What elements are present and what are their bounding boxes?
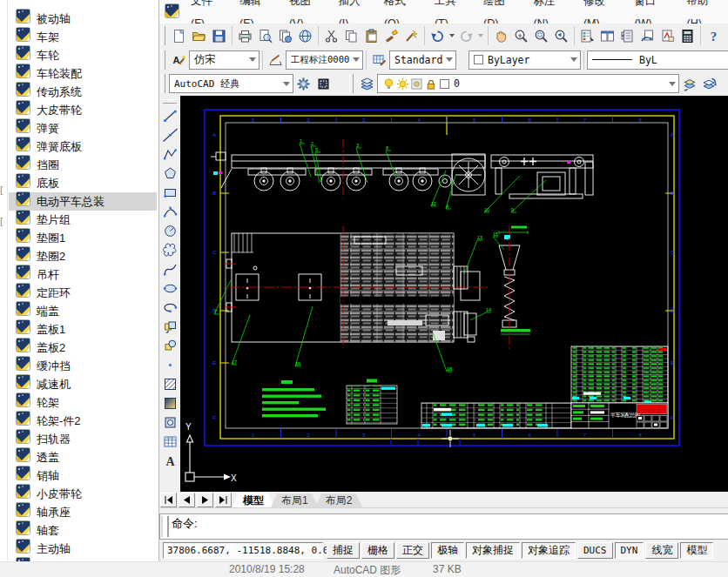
gradient-icon[interactable] <box>160 393 179 413</box>
toolbar-grip[interactable] <box>349 74 354 93</box>
file-list-item[interactable]: 车轮装配 <box>9 64 157 83</box>
quick-calc-icon[interactable] <box>677 26 698 46</box>
text-style-icon[interactable]: A <box>169 50 189 70</box>
file-list-item[interactable]: 垫片组 <box>9 211 157 229</box>
zoom-realtime-icon[interactable]: ± <box>511 26 531 46</box>
file-list-item[interactable]: 车轮 <box>9 46 157 64</box>
chevron-down-icon[interactable] <box>280 82 293 86</box>
file-list-item[interactable]: 轮架 <box>9 393 157 412</box>
file-list-item[interactable]: 弹簧 <box>9 119 157 138</box>
zoom-previous-icon[interactable] <box>551 26 571 46</box>
layer-vp-freeze-icon[interactable] <box>410 77 423 91</box>
file-list-item[interactable]: 轴套 <box>9 521 157 540</box>
undo-dropdown-icon[interactable] <box>448 26 456 46</box>
toolbar-grip[interactable] <box>161 74 165 93</box>
tab-布局1[interactable]: 布局1 <box>271 493 319 507</box>
text-style-select[interactable]: 仿宋 <box>189 50 260 70</box>
file-list-item[interactable]: 吊杆 <box>9 265 157 284</box>
polyline-icon[interactable] <box>160 144 179 164</box>
sheet-set-manager-icon[interactable] <box>637 26 657 46</box>
toggle-正交[interactable]: 正交 <box>396 542 429 559</box>
file-list-item[interactable]: 透盖 <box>9 448 157 466</box>
file-list-item[interactable]: 垫圈2 <box>9 247 157 265</box>
open-file-icon[interactable] <box>189 26 209 46</box>
plot-preview-icon[interactable] <box>255 26 275 46</box>
new-file-icon[interactable] <box>169 26 189 46</box>
file-list-item[interactable]: 定距环 <box>9 284 157 302</box>
toggle-DUCS[interactable]: DUCS <box>577 542 613 559</box>
layer-properties-manager-icon[interactable] <box>357 74 377 94</box>
table-style-icon[interactable] <box>369 50 389 70</box>
ellipse-icon[interactable] <box>160 278 179 298</box>
toolbar-grip[interactable] <box>161 50 165 70</box>
file-list-item[interactable]: 轴承座 <box>9 503 157 521</box>
chevron-down-icon[interactable] <box>442 57 455 62</box>
layer-thaw-sun-icon[interactable] <box>396 77 409 91</box>
toggle-对象追踪[interactable]: 对象追踪 <box>522 542 576 559</box>
construction-line-icon[interactable] <box>160 125 179 144</box>
arc-icon[interactable] <box>160 202 179 221</box>
line-icon[interactable] <box>160 106 179 125</box>
next-tab-button[interactable] <box>197 493 213 507</box>
linetype-select[interactable]: ByL <box>587 50 728 70</box>
file-list-item[interactable]: 轮架-件2 <box>9 412 157 430</box>
save-icon[interactable] <box>209 26 229 46</box>
file-list-item[interactable]: 主动轴 <box>9 540 157 558</box>
chevron-down-icon[interactable] <box>567 57 580 62</box>
file-list-item[interactable]: 垫圈1 <box>9 229 157 247</box>
layer-unlock-icon[interactable] <box>424 77 437 91</box>
table-style-select[interactable]: Standard <box>389 50 456 70</box>
toggle-模型[interactable]: 模型 <box>680 542 713 559</box>
file-list-item[interactable]: 小皮带轮 <box>9 485 157 503</box>
file-list-item[interactable]: 大皮带轮 <box>9 101 157 119</box>
redo-icon[interactable] <box>456 26 476 46</box>
tool-palettes-icon[interactable] <box>617 26 637 46</box>
toggle-栅格[interactable]: 栅格 <box>361 542 394 559</box>
toggle-对象捕捉[interactable]: 对象捕捉 <box>466 542 520 559</box>
coordinates-readout[interactable]: 37806.6687, -11518.8848, 0.0000 <box>163 542 323 559</box>
toolbar-grip[interactable] <box>163 99 177 104</box>
file-list-item[interactable]: 电动平车总装 <box>9 192 157 211</box>
file-list-item[interactable]: 被动轴 <box>9 10 157 28</box>
file-list-item[interactable]: 传动系统 <box>9 83 157 101</box>
markup-set-manager-icon[interactable] <box>657 26 677 46</box>
file-list-item[interactable]: 减速机 <box>9 375 157 393</box>
properties-icon[interactable] <box>577 26 597 46</box>
dim-style-select[interactable]: 工程标注0000 <box>286 50 363 70</box>
paste-icon[interactable] <box>361 26 381 46</box>
web-icon[interactable] <box>295 26 315 46</box>
file-list-item[interactable]: 弹簧底板 <box>9 138 157 156</box>
point-icon[interactable] <box>160 355 179 374</box>
layer-on-bulb-icon[interactable] <box>382 77 395 91</box>
save-workspace-icon[interactable] <box>313 74 334 94</box>
help-icon[interactable]: ? <box>704 26 724 46</box>
file-list-item[interactable]: 车架 <box>9 28 157 46</box>
make-block-icon[interactable] <box>160 336 179 355</box>
circle-icon[interactable] <box>160 221 179 240</box>
publish-icon[interactable] <box>275 26 295 46</box>
layer-select[interactable]: 0 <box>377 74 679 93</box>
file-list-item[interactable]: 缓冲挡 <box>9 357 157 375</box>
file-list-item[interactable]: 端盖 <box>9 302 157 320</box>
color-select[interactable]: ByLayer <box>468 50 581 70</box>
file-list-item[interactable]: 扫轨器 <box>9 430 157 448</box>
zoom-window-icon[interactable] <box>531 26 551 46</box>
dim-style-icon[interactable] <box>266 50 286 70</box>
cad-drawing-canvas[interactable]: 1122334455667788AABBCCDDEEFF <box>180 96 728 492</box>
copy-icon[interactable] <box>341 26 361 46</box>
cut-icon[interactable] <box>321 26 341 46</box>
chevron-down-icon[interactable] <box>246 57 259 62</box>
chevron-down-icon[interactable] <box>665 82 678 86</box>
previous-tab-button[interactable] <box>179 493 195 507</box>
toolbar-grip[interactable] <box>161 26 165 45</box>
file-list-item[interactable]: 盖板1 <box>9 320 157 339</box>
revision-cloud-icon[interactable] <box>160 240 179 259</box>
region-icon[interactable] <box>160 413 179 432</box>
file-list-item[interactable]: 盖板2 <box>9 339 157 357</box>
toggle-捕捉[interactable]: 捕捉 <box>327 542 360 559</box>
last-tab-button[interactable] <box>215 493 232 507</box>
ellipse-arc-icon[interactable] <box>160 298 179 317</box>
insert-block-icon[interactable] <box>160 317 179 336</box>
table-icon[interactable] <box>160 432 179 451</box>
command-window-grip[interactable] <box>161 516 169 537</box>
